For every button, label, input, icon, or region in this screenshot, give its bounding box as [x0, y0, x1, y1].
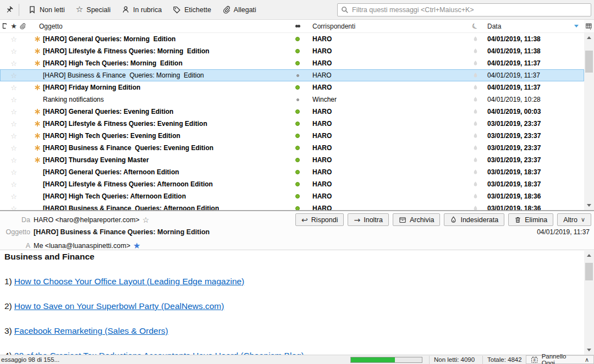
filter-starred-button[interactable]: ☆ Speciali: [70, 3, 116, 16]
body-link[interactable]: Facebook Remarketing (Sales & Orders): [14, 326, 168, 335]
read-toggle[interactable]: [290, 206, 305, 210]
contact-star-icon[interactable]: ★: [133, 241, 140, 251]
column-junk[interactable]: ☾: [468, 22, 483, 30]
junk-toggle[interactable]: [468, 169, 483, 175]
read-toggle[interactable]: [290, 85, 305, 90]
star-toggle-icon[interactable]: ☆: [9, 35, 19, 43]
column-starred[interactable]: ★: [9, 22, 19, 30]
column-date[interactable]: Data: [483, 23, 584, 30]
scroll-up-arrow[interactable]: [584, 251, 594, 260]
scroll-up-arrow[interactable]: [584, 34, 594, 42]
filter-contacts-button[interactable]: In rubrica: [116, 3, 167, 16]
scrollbar-thumb[interactable]: [585, 263, 593, 280]
junk-button[interactable]: Indesiderata: [444, 213, 504, 226]
column-attachments[interactable]: [19, 23, 26, 30]
reply-button[interactable]: ↩ Rispondi: [295, 213, 344, 226]
pin-quick-filter-button[interactable]: [1, 3, 18, 17]
column-read[interactable]: [290, 25, 305, 27]
message-row[interactable]: ☆ [HARO] Business & Finance Queries: Eve…: [0, 142, 584, 154]
junk-toggle[interactable]: [468, 193, 483, 200]
scroll-down-arrow[interactable]: [584, 346, 594, 354]
column-thread[interactable]: [0, 23, 9, 30]
body-link[interactable]: How to Choose Your Office Layout (Leadin…: [14, 277, 245, 286]
archive-button[interactable]: Archivia: [393, 213, 440, 226]
message-row[interactable]: ☆ [HARO] High Tech Queries: Afternoon Ed…: [0, 190, 584, 202]
star-toggle-icon[interactable]: ☆: [9, 192, 19, 201]
junk-toggle[interactable]: [468, 120, 483, 127]
junk-toggle[interactable]: [468, 108, 483, 115]
message-row[interactable]: ☆ [HARO] General Queries: Morning Editio…: [0, 33, 584, 45]
message-row[interactable]: ☆ [HARO] General Queries: Evening Editio…: [0, 106, 584, 118]
read-toggle[interactable]: [290, 37, 305, 41]
filter-attachments-button[interactable]: Allegati: [217, 3, 262, 16]
junk-toggle[interactable]: [468, 84, 483, 91]
read-toggle[interactable]: [290, 182, 305, 186]
message-body-scrollbar[interactable]: [584, 251, 594, 355]
star-toggle-icon[interactable]: ☆: [9, 84, 19, 92]
scroll-down-arrow[interactable]: [584, 201, 594, 209]
star-toggle-icon[interactable]: ☆: [9, 156, 19, 164]
filter-unread-button[interactable]: Non letti: [23, 3, 70, 16]
filter-starred-label: Speciali: [86, 6, 111, 14]
column-picker-button[interactable]: [584, 20, 594, 33]
junk-toggle[interactable]: [468, 205, 483, 210]
message-row[interactable]: ☆ [HARO] High Tech Queries: Morning Edit…: [0, 57, 584, 69]
star-toggle-icon[interactable]: ☆: [9, 108, 19, 116]
message-row[interactable]: ☆ [HARO] General Queries: Afternoon Edit…: [0, 166, 584, 178]
junk-toggle[interactable]: [468, 157, 483, 163]
star-toggle-icon[interactable]: ☆: [9, 59, 19, 68]
junk-toggle[interactable]: [468, 72, 483, 79]
star-toggle-icon[interactable]: ☆: [9, 205, 19, 211]
message-row[interactable]: ☆ [HARO] Thursday Evening Master HARO 03…: [0, 154, 584, 166]
star-toggle-icon[interactable]: ☆: [9, 71, 19, 80]
star-toggle-icon[interactable]: ☆: [9, 96, 19, 104]
message-row[interactable]: ☆ [HARO] Lifestyle & Fitness Queries: Mo…: [0, 45, 584, 57]
read-toggle[interactable]: [290, 109, 305, 114]
junk-toggle[interactable]: [468, 48, 483, 54]
search-input[interactable]: [352, 6, 587, 14]
star-toggle-icon[interactable]: ☆: [9, 180, 19, 189]
read-toggle[interactable]: [290, 61, 305, 65]
junk-toggle[interactable]: [468, 36, 483, 42]
message-row[interactable]: ☆ [HARO] Lifestyle & Fitness Queries: Af…: [0, 178, 584, 190]
junk-toggle[interactable]: [468, 60, 483, 67]
search-box[interactable]: [337, 3, 591, 16]
read-toggle[interactable]: [290, 49, 305, 53]
message-row[interactable]: ☆ [HARO] Friday Morning Edition HARO 04/…: [0, 81, 584, 93]
read-toggle[interactable]: [290, 74, 305, 77]
more-button[interactable]: Altro ∨: [557, 213, 591, 226]
junk-toggle[interactable]: [468, 96, 483, 103]
message-row[interactable]: ☆ [HARO] Business & Finance Queries: Mor…: [0, 69, 584, 81]
column-correspondents[interactable]: Corrispondenti: [305, 23, 468, 30]
junk-toggle[interactable]: [468, 145, 483, 151]
read-toggle[interactable]: [290, 194, 305, 198]
star-toggle-icon[interactable]: ☆: [9, 144, 19, 152]
junk-toggle[interactable]: [468, 133, 483, 139]
unread-dot-icon: [295, 37, 300, 41]
delete-button[interactable]: Elimina: [508, 213, 553, 226]
star-toggle-icon[interactable]: ☆: [9, 47, 19, 56]
star-toggle-icon[interactable]: ☆: [9, 168, 19, 177]
read-toggle[interactable]: [290, 146, 305, 150]
message-row[interactable]: ☆ [HARO] High Tech Queries: Evening Edit…: [0, 130, 584, 142]
message-list-scrollbar[interactable]: [584, 33, 594, 210]
scrollbar-thumb[interactable]: [585, 51, 593, 73]
read-toggle[interactable]: [290, 170, 305, 174]
read-toggle[interactable]: [290, 122, 305, 126]
message-row[interactable]: ☆ [HARO] Business & Finance Queries: Aft…: [0, 202, 584, 210]
message-row[interactable]: ☆ [HARO] Lifestyle & Fitness Queries: Ev…: [0, 118, 584, 130]
junk-toggle[interactable]: [468, 181, 483, 187]
filter-tags-button[interactable]: Etichette: [167, 3, 217, 16]
read-toggle[interactable]: [290, 134, 305, 138]
star-sender-icon[interactable]: ☆: [142, 216, 150, 224]
today-pane-toggle[interactable]: 8 Pannello Oggi ∧: [526, 355, 594, 364]
forward-button[interactable]: → Inoltra: [348, 213, 388, 226]
read-toggle[interactable]: [290, 158, 305, 162]
column-subject[interactable]: Oggetto: [26, 23, 290, 30]
star-toggle-icon[interactable]: ☆: [9, 120, 19, 128]
body-link[interactable]: How to Save on Your Superbowl Party (Dea…: [14, 301, 224, 311]
message-row[interactable]: ☆ Ranking notifications Wincher 04/01/20…: [0, 93, 584, 106]
read-toggle[interactable]: [290, 98, 305, 101]
body-link[interactable]: 20 of the Craziest Tax Deductions Accoun…: [14, 351, 304, 355]
star-toggle-icon[interactable]: ☆: [9, 132, 19, 140]
